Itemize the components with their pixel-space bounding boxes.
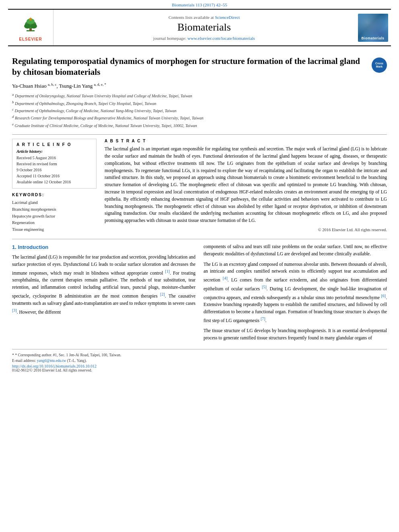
author-1-name: Ya-Chuan Hsiao: [12, 83, 47, 89]
received-revised-label: Received in revised form: [16, 161, 92, 167]
article-history-heading: Article history:: [16, 149, 92, 154]
copyright-line: © 2016 Elsevier Ltd. All rights reserved…: [105, 228, 387, 232]
received-date: Received 5 August 2016: [16, 155, 92, 161]
intro-para-left: The lacrimal gland (LG) is responsible f…: [12, 254, 195, 316]
intro-title: 1. Introduction: [12, 243, 195, 251]
intro-para-right-1: components of saliva and tears still rai…: [204, 243, 387, 258]
footnote-corresponding: * * Corresponding author. #1, Sec. 1 Jen…: [12, 352, 387, 358]
author-2-sup: a, d, e, *: [94, 82, 107, 86]
keywords-heading: Keywords:: [12, 193, 97, 197]
intro-para-right-2: The LG is an excretory gland composed of…: [204, 261, 387, 325]
affil-c: c Department of Ophthalmology, College o…: [12, 107, 387, 114]
affil-d: d Research Center for Developmental Biol…: [12, 114, 387, 121]
journal-header: ELSEVIER Contents lists available at Sci…: [8, 9, 391, 46]
keyword-3: Hepatocyte growth factor: [12, 213, 97, 220]
affiliations: a Department of Otolaryngology, National…: [12, 92, 387, 129]
footnote-email: E-mail address: yangtl@ntu.edu.tw (T.-L.…: [12, 358, 387, 364]
divider-2: [12, 239, 387, 239]
keyword-1: Lacrimal gland: [12, 199, 97, 206]
affil-e: e Graduate Institute of Clinical Medicin…: [12, 122, 387, 129]
footer-issn: 0142-9612/© 2016 Elsevier Ltd. All right…: [12, 368, 387, 372]
keyword-5: Tissue engineering: [12, 226, 97, 233]
body-col-right: components of saliva and tears still rai…: [204, 243, 387, 345]
ref-4: [4]: [223, 276, 228, 280]
crossmark-badge[interactable]: CrossMark: [372, 58, 387, 73]
elsevier-tree-svg: [19, 17, 43, 33]
article-info-section: A R T I C L E I N F O Article history: R…: [12, 139, 97, 189]
affil-a: a Department of Otolaryngology, National…: [12, 92, 387, 99]
article-footer: * * Corresponding author. #1, Sec. 1 Jen…: [12, 349, 387, 372]
received-revised-date: 9 October 2016: [16, 167, 92, 173]
abstract-heading: A B S T R A C T: [105, 139, 387, 143]
page-container: Biomaterials 113 (2017) 42–55: [0, 0, 399, 532]
author-1-sup: a, b, c: [48, 82, 57, 86]
science-direct-line: Contents lists available at ScienceDirec…: [169, 15, 240, 20]
article-title: Regulating temporospatial dynamics of mo…: [12, 56, 364, 78]
crossmark-circle[interactable]: CrossMark: [372, 58, 387, 73]
affil-b: b Department of Ophthalmology, Zhongxing…: [12, 100, 387, 107]
right-column: A B S T R A C T The lacrimal gland is an…: [105, 139, 387, 233]
ref-1: [1]: [165, 269, 170, 273]
journal-center: Contents lists available at ScienceDirec…: [53, 10, 355, 45]
svg-rect-6: [29, 18, 32, 21]
elsevier-logo-img: [14, 14, 47, 36]
journal-logo-text: Biomaterials: [361, 36, 384, 40]
abstract-text: The lacrimal gland is an important organ…: [105, 146, 387, 224]
journal-reference[interactable]: Biomaterials 113 (2017) 42–55: [0, 0, 399, 9]
ref-7: [7]: [261, 316, 265, 321]
article-title-section: Regulating temporospatial dynamics of mo…: [12, 56, 387, 78]
keyword-4: Regeneration: [12, 220, 97, 226]
article-info-abstract: A R T I C L E I N F O Article history: R…: [12, 139, 387, 233]
abstract-section: A B S T R A C T The lacrimal gland is an…: [105, 139, 387, 232]
svg-point-4: [31, 24, 37, 29]
authors-line: Ya-Chuan Hsiao a, b, c, Tsung-Lin Yang a…: [12, 82, 387, 90]
journal-ref-link[interactable]: Biomaterials 113 (2017) 42–55: [172, 2, 227, 7]
ref-5: [5]: [262, 285, 267, 289]
intro-section: 1. Introduction The lacrimal gland (LG) …: [12, 243, 387, 345]
intro-para-right-3: The tissue structure of LG develops by b…: [204, 327, 387, 342]
keywords-section: Keywords: Lacrimal gland Branching morph…: [12, 193, 97, 233]
svg-point-3: [24, 24, 31, 29]
ref-3: [3]: [12, 308, 17, 312]
left-column: A R T I C L E I N F O Article history: R…: [12, 139, 97, 233]
footer-doi[interactable]: http://dx.doi.org/10.1016/j.biomaterials…: [12, 364, 387, 368]
article-info-heading: A R T I C L E I N F O: [16, 142, 92, 147]
science-direct-link[interactable]: ScienceDirect: [215, 15, 240, 20]
elsevier-text: ELSEVIER: [19, 37, 42, 41]
accepted-date: Accepted 11 October 2016: [16, 173, 92, 179]
elsevier-logo-section: ELSEVIER: [8, 10, 53, 45]
ref-2: [2]: [160, 292, 165, 296]
ref-6: [6]: [381, 294, 386, 298]
body-col-left: 1. Introduction The lacrimal gland (LG) …: [12, 243, 195, 345]
journal-title: Biomaterials: [177, 21, 231, 33]
journal-logo-right: Biomaterials: [355, 10, 391, 45]
author-2-name: Tsung-Lin Yang: [59, 83, 93, 89]
email-link[interactable]: yangtl@ntu.edu.tw: [37, 359, 66, 363]
journal-homepage-link[interactable]: www.elsevier.com/locate/biomaterials: [187, 36, 255, 41]
journal-homepage-line: journal homepage: www.elsevier.com/locat…: [153, 36, 255, 41]
main-content: Regulating temporospatial dynamics of mo…: [0, 46, 399, 376]
journal-logo-box: Biomaterials: [358, 14, 388, 42]
divider-1: [12, 134, 387, 135]
keyword-2: Branching morphogenesis: [12, 206, 97, 213]
available-date: Available online 12 October 2016: [16, 179, 92, 185]
